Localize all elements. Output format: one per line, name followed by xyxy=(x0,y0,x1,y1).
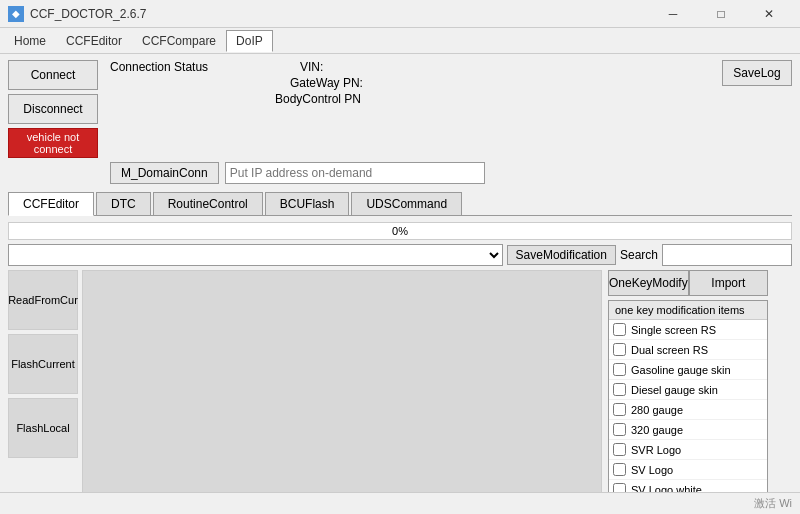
side-buttons: ReadFromCur FlashCurrent FlashLocal xyxy=(8,270,78,514)
menu-doip[interactable]: DoIP xyxy=(226,30,273,52)
list-item: SVR Logo xyxy=(609,440,767,460)
list-item-label: SVR Logo xyxy=(631,444,681,456)
tab-routinecontrol[interactable]: RoutineControl xyxy=(153,192,263,215)
tab-bar: CCFEditor DTC RoutineControl BCUFlash UD… xyxy=(8,192,792,216)
list-item-label: 280 gauge xyxy=(631,404,683,416)
list-item-label: Gasoline gauge skin xyxy=(631,364,731,376)
connect-buttons: Connect Disconnect vehicle not connect xyxy=(8,60,98,158)
read-from-cur-button[interactable]: ReadFromCur xyxy=(8,270,78,330)
main-content: Connect Disconnect vehicle not connect C… xyxy=(0,54,800,514)
title-text: CCF_DOCTOR_2.6.7 xyxy=(30,7,650,21)
tab-bcuflash[interactable]: BCUFlash xyxy=(265,192,350,215)
ccf-select[interactable] xyxy=(8,244,503,266)
controls-row: SaveModification Search xyxy=(8,244,792,266)
statusbar: 激活 Wi xyxy=(0,492,800,514)
app-icon: ◆ xyxy=(8,6,24,22)
list-item-label: 320 gauge xyxy=(631,424,683,436)
progress-label: 0% xyxy=(9,223,791,239)
list-item: Single screen RS xyxy=(609,320,767,340)
list-item: Dual screen RS xyxy=(609,340,767,360)
items-panel: one key modification items Single screen… xyxy=(608,300,768,501)
list-item-checkbox[interactable] xyxy=(613,323,626,336)
list-item: 320 gauge xyxy=(609,420,767,440)
list-item-checkbox[interactable] xyxy=(613,463,626,476)
flash-local-button[interactable]: FlashLocal xyxy=(8,398,78,458)
disconnect-button[interactable]: Disconnect xyxy=(8,94,98,124)
list-item-checkbox[interactable] xyxy=(613,403,626,416)
list-item: Diesel gauge skin xyxy=(609,380,767,400)
tab-ccfeditor[interactable]: CCFEditor xyxy=(8,192,94,216)
save-modification-button[interactable]: SaveModification xyxy=(507,245,616,265)
list-item-checkbox[interactable] xyxy=(613,443,626,456)
gateway-label: GateWay PN: xyxy=(290,76,363,90)
search-input[interactable] xyxy=(662,244,792,266)
top-row: Connect Disconnect vehicle not connect C… xyxy=(8,60,792,158)
right-buttons: OneKeyModify Import xyxy=(608,270,768,296)
progress-row: 0% xyxy=(8,222,792,240)
domain-row: M_DomainConn xyxy=(110,162,792,184)
window-controls: ─ □ ✕ xyxy=(650,0,792,28)
savelog-button[interactable]: SaveLog xyxy=(722,60,792,86)
status-row: Connection Status VIN: xyxy=(110,60,714,74)
list-item-checkbox[interactable] xyxy=(613,383,626,396)
search-label: Search xyxy=(620,248,658,262)
right-panel: OneKeyModify Import one key modification… xyxy=(608,270,768,514)
list-item: SV Logo xyxy=(609,460,767,480)
connection-status-label: Connection Status xyxy=(110,60,220,74)
connection-status: Connection Status VIN: GateWay PN: BodyC… xyxy=(110,60,714,108)
list-item-checkbox[interactable] xyxy=(613,343,626,356)
import-button[interactable]: Import xyxy=(689,270,768,296)
gateway-row: GateWay PN: xyxy=(110,76,714,90)
flash-current-button[interactable]: FlashCurrent xyxy=(8,334,78,394)
list-item-label: SV Logo xyxy=(631,464,673,476)
tab-dtc[interactable]: DTC xyxy=(96,192,151,215)
list-item: Gasoline gauge skin xyxy=(609,360,767,380)
maximize-button[interactable]: □ xyxy=(698,0,744,28)
left-panel: ReadFromCur FlashCurrent FlashLocal xyxy=(8,270,602,514)
list-item-label: Diesel gauge skin xyxy=(631,384,718,396)
status-text: 激活 Wi xyxy=(754,496,792,511)
list-item: 280 gauge xyxy=(609,400,767,420)
vehicle-connect-button[interactable]: vehicle not connect xyxy=(8,128,98,158)
list-item-checkbox[interactable] xyxy=(613,363,626,376)
one-key-modify-button[interactable]: OneKeyModify xyxy=(608,270,689,296)
body-row: BodyControl PN xyxy=(110,92,714,106)
items-header: one key modification items xyxy=(609,301,767,320)
list-item-label: Dual screen RS xyxy=(631,344,708,356)
body-label: BodyControl PN xyxy=(275,92,361,106)
menu-home[interactable]: Home xyxy=(4,30,56,52)
minimize-button[interactable]: ─ xyxy=(650,0,696,28)
menubar: Home CCFEditor CCFCompare DoIP xyxy=(0,28,800,54)
content-area: ReadFromCur FlashCurrent FlashLocal OneK… xyxy=(8,270,792,514)
ip-address-input[interactable] xyxy=(225,162,485,184)
menu-ccfeditor[interactable]: CCFEditor xyxy=(56,30,132,52)
items-list[interactable]: Single screen RSDual screen RSGasoline g… xyxy=(609,320,767,495)
close-button[interactable]: ✕ xyxy=(746,0,792,28)
vin-label: VIN: xyxy=(300,60,323,74)
m-domain-conn-button[interactable]: M_DomainConn xyxy=(110,162,219,184)
titlebar: ◆ CCF_DOCTOR_2.6.7 ─ □ ✕ xyxy=(0,0,800,28)
connect-button[interactable]: Connect xyxy=(8,60,98,90)
list-item-label: Single screen RS xyxy=(631,324,716,336)
tab-udscommand[interactable]: UDSCommand xyxy=(351,192,462,215)
editor-area xyxy=(82,270,602,514)
menu-ccfcompare[interactable]: CCFCompare xyxy=(132,30,226,52)
list-item-checkbox[interactable] xyxy=(613,423,626,436)
